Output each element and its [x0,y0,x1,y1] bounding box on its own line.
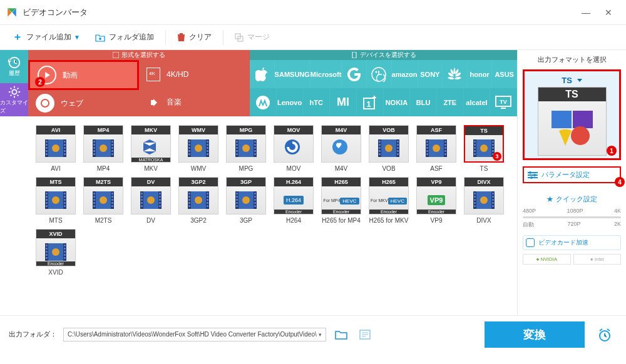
brand-blu[interactable]: BLU [410,88,437,116]
svg-rect-53 [207,153,208,155]
separator [165,30,166,45]
svg-point-168 [195,196,202,204]
format-mkv[interactable]: MKVMATROSKAMKV [130,125,172,172]
format-avi[interactable]: AVIAVI [34,125,77,172]
brand-apple[interactable] [250,60,275,88]
svg-rect-67 [254,153,256,155]
svg-rect-75 [379,144,381,146]
brand-motorola[interactable] [250,88,277,116]
video-tab[interactable]: 動画 2 [28,60,139,90]
brand-xiaomi[interactable]: MI [330,88,357,116]
svg-rect-81 [397,147,399,149]
format-type-tabs: 動画 2 ウェブ [28,60,139,116]
clear-button[interactable]: クリア [170,28,219,46]
gpu-accel-toggle[interactable]: ビデオカード加速 [523,235,621,250]
formats-panel: AVIAVIMP4MP4MKVMATROSKAMKVWMVWMVMPGMPGMO… [28,116,517,315]
close-button[interactable]: ✕ [597,4,620,21]
format-h265-for-mkv[interactable]: H265For MKVHEVCEncoderH265 for MKV [367,177,410,224]
svg-point-7 [376,71,377,73]
svg-rect-38 [111,150,113,152]
format-mov[interactable]: MOVMOV [272,125,315,172]
add-folder-button[interactable]: フォルダ追加 [88,28,162,46]
quick-settings-label: クイック設定 [523,195,621,204]
merge-button[interactable]: マージ [227,28,277,46]
svg-rect-83 [397,153,399,155]
output-preview[interactable]: TS TS 1 [523,69,621,160]
svg-rect-117 [46,196,48,198]
brand-lenovo[interactable]: Lenovo [277,88,304,116]
brand-nokia[interactable]: NOKIA [384,88,411,116]
format-m2ts[interactable]: M2TSM2TS [82,177,125,224]
format-h265-for-mp4[interactable]: H265For MP4HEVCEncoderH265 for MP4 [320,177,362,224]
format-m4v[interactable]: M4VM4V [320,125,362,172]
output-format-dropdown[interactable]: TS [527,74,617,87]
svg-rect-50 [207,144,208,146]
format-h264[interactable]: H.264H.264EncoderH264 [272,177,315,224]
customize-tab[interactable]: カスタマイズ [0,83,28,116]
music-tab[interactable]: 音楽 [139,88,250,116]
format-ts[interactable]: TS3TS [463,125,505,172]
format-dv[interactable]: DVDV [130,177,172,224]
format-vp9[interactable]: VP9VP9EncoderVP9 [415,177,458,224]
svg-rect-132 [93,199,95,201]
brand-samsung[interactable]: SAMSUNG [275,60,310,88]
open-folder-button[interactable] [356,328,374,341]
svg-rect-37 [111,147,113,149]
brand-microsoft[interactable]: Microsoft [310,60,342,88]
format-mp4[interactable]: MP4MP4 [82,125,125,172]
svg-rect-96 [444,150,446,152]
svg-rect-30 [93,141,95,143]
output-panel: 出力フォマットを選択 TS TS 1 パラメータ設定 4 クイック設定 480P… [517,50,626,315]
brand-amazon[interactable]: amazon [392,60,418,88]
add-file-button[interactable]: ＋ ファイル追加 ▼ [5,27,88,48]
history-tab[interactable]: 履歴 [0,50,28,83]
add-file-dropdown-icon[interactable]: ▼ [74,34,80,41]
svg-rect-24 [64,150,66,152]
output-folder-path[interactable]: C:\Users\Administrator\Videos\WonderFox … [63,328,326,341]
brand-alcatel[interactable]: alcatel [464,88,491,116]
svg-rect-130 [93,193,95,195]
svg-rect-151 [159,199,161,201]
svg-rect-31 [93,144,95,146]
brand-asus[interactable]: ASUS [492,60,517,88]
minimize-button[interactable]: — [575,4,597,21]
brand-zte[interactable]: ZTE [437,88,464,116]
parameter-settings-button[interactable]: パラメータ設定 4 [523,166,621,183]
svg-rect-149 [159,193,161,195]
svg-rect-118 [46,199,48,201]
brand-huawei[interactable] [443,60,468,88]
brand-sony[interactable]: SONY [418,60,443,88]
brand-tv[interactable]: TV [490,88,517,116]
svg-rect-161 [188,202,190,204]
svg-rect-66 [254,150,256,152]
svg-point-126 [52,196,59,204]
format-wmv[interactable]: WMVWMV [177,125,220,172]
web-tab[interactable]: ウェブ [28,90,139,116]
format-mts[interactable]: MTSMTS [34,177,77,224]
hd4k-tab[interactable]: 4K/HD [139,60,250,88]
gpu-vendors: ● NVIDIA● Intel [523,254,621,265]
brand-lg[interactable] [367,60,392,88]
convert-button[interactable]: 変換 [485,321,585,348]
format-mpg[interactable]: MPGMPG [225,125,267,172]
format-3gp2[interactable]: 3GP23GP2 [177,177,220,224]
slider-track[interactable] [523,216,621,218]
quality-slider[interactable]: 480P1080P4K 自動720P2K [523,208,621,229]
svg-rect-144 [141,193,143,195]
schedule-button[interactable] [592,321,617,348]
format-3gp[interactable]: 3GP3GP [225,177,267,224]
brand-honor[interactable]: honor [468,60,493,88]
brand-oneplus[interactable]: 1 [357,88,384,116]
format-vob[interactable]: VOBVOB [367,125,410,172]
brand-htc[interactable]: hTC [303,88,330,116]
browse-folder-button[interactable] [332,328,350,341]
svg-rect-195 [492,205,494,207]
brand-google[interactable] [342,60,367,88]
format-asf[interactable]: ASFASF [415,125,458,172]
format-divx[interactable]: DIVXDIVX [463,177,505,224]
toggle-icon [526,238,535,247]
format-xvid[interactable]: XVIDEncoderXVID [34,229,77,276]
formats-grid: AVIAVIMP4MP4MKVMATROSKAMKVWMVWMVMPGMPGMO… [34,125,511,276]
callout-2: 2 [35,77,45,87]
gear-icon [8,85,21,99]
